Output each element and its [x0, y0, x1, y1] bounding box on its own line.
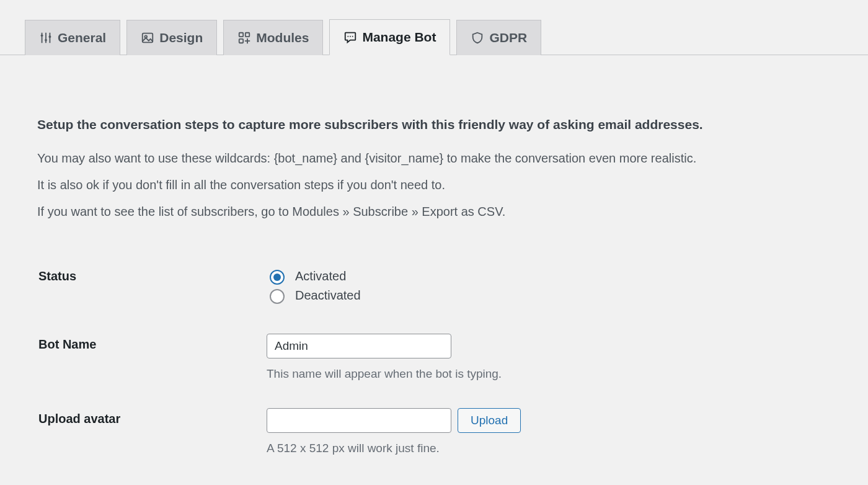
intro-lead: Setup the conversation steps to capture … — [37, 117, 831, 132]
tab-panel-manage-bot: Setup the conversation steps to capture … — [0, 55, 868, 485]
tab-general[interactable]: General — [25, 20, 120, 55]
tab-label: Modules — [256, 30, 309, 45]
upload-button[interactable]: Upload — [458, 408, 521, 433]
row-bot-name: Bot Name This name will appear when the … — [37, 320, 831, 394]
row-status: Status Activated Deactivated — [37, 252, 831, 320]
chat-icon — [343, 30, 357, 44]
radio-option-deactivated[interactable]: Deactivated — [267, 287, 831, 304]
bot-name-description: This name will appear when the bot is ty… — [267, 367, 831, 381]
shield-icon — [471, 31, 484, 45]
tab-label: GDPR — [489, 30, 527, 45]
tab-label: Manage Bot — [362, 30, 436, 45]
svg-point-13 — [348, 36, 349, 37]
label-bot-name: Bot Name — [38, 334, 267, 352]
intro-wildcards: You may also want to use these wildcards… — [37, 149, 831, 167]
tab-manage-bot[interactable]: Manage Bot — [329, 19, 450, 55]
tabs-bar: General Design Modules Manage Bot GDPR — [0, 0, 868, 55]
svg-point-5 — [49, 35, 51, 38]
radio-option-activated[interactable]: Activated — [267, 268, 831, 285]
avatar-description: A 512 x 512 px will work just fine. — [267, 442, 831, 455]
radio-activated-label: Activated — [295, 269, 346, 283]
svg-rect-9 — [246, 33, 249, 37]
tab-design[interactable]: Design — [126, 20, 217, 55]
label-upload-avatar: Upload avatar — [38, 408, 267, 426]
grid-add-icon — [237, 31, 251, 45]
svg-rect-10 — [239, 39, 243, 43]
intro-optional-steps: It is also ok if you don't fill in all t… — [37, 176, 831, 194]
radio-activated-input[interactable] — [270, 270, 285, 285]
svg-point-15 — [352, 36, 353, 37]
label-status: Status — [38, 265, 267, 283]
settings-form: Status Activated Deactivated Bot Name — [37, 252, 831, 469]
sliders-icon — [39, 31, 53, 45]
svg-point-3 — [41, 35, 43, 37]
svg-point-14 — [350, 36, 351, 37]
intro-export-hint: If you want to see the list of subscribe… — [37, 203, 831, 221]
tab-label: Design — [159, 30, 203, 45]
tab-modules[interactable]: Modules — [223, 20, 323, 55]
tab-label: General — [58, 30, 106, 45]
radio-deactivated-label: Deactivated — [295, 288, 361, 303]
tab-gdpr[interactable]: GDPR — [456, 20, 541, 55]
svg-rect-8 — [239, 33, 243, 37]
radio-deactivated-input[interactable] — [270, 289, 285, 304]
avatar-path-input[interactable] — [267, 408, 451, 433]
svg-point-4 — [45, 39, 47, 42]
bot-name-input[interactable] — [267, 334, 451, 358]
svg-rect-6 — [143, 33, 153, 43]
row-upload-avatar: Upload avatar Upload A 512 x 512 px will… — [37, 394, 831, 469]
image-icon — [141, 31, 154, 45]
